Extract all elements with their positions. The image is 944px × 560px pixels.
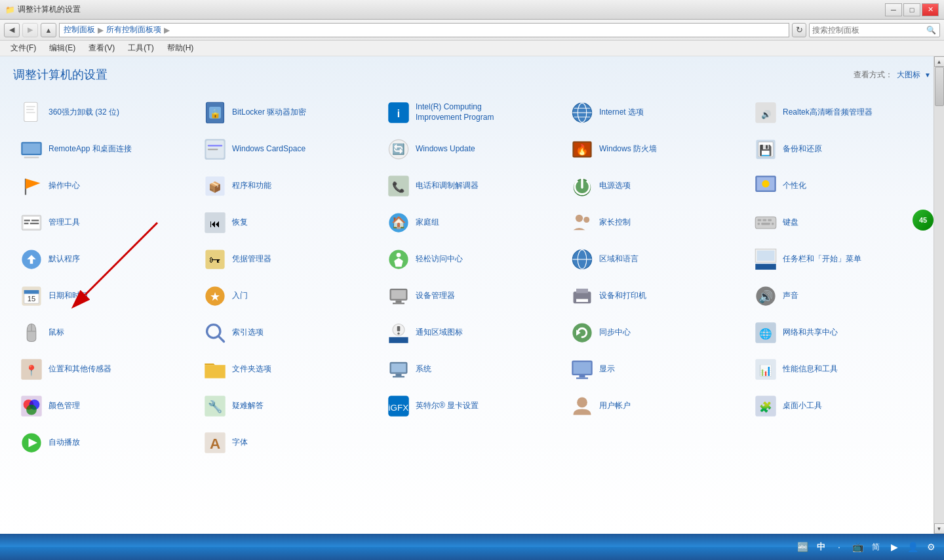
phone-label[interactable]: 电话和调制解调器 <box>416 181 479 191</box>
taskbar-icon-settings[interactable]: ⚙ <box>923 539 939 555</box>
region-label[interactable]: 区域和语言 <box>599 254 639 265</box>
autoplay-label[interactable]: 自动播放 <box>49 438 80 448</box>
grid-item-management[interactable]: 管理工具 <box>13 206 197 240</box>
mouse-label[interactable]: 鼠标 <box>49 327 64 338</box>
scroll-down-button[interactable]: ▼ <box>934 523 945 534</box>
grid-item-display[interactable]: 显示 <box>564 352 747 386</box>
grid-item-actioncenter[interactable]: 操作中心 <box>13 169 197 203</box>
menu-edit[interactable]: 编辑(E) <box>44 41 81 55</box>
devmgr-label[interactable]: 设备管理器 <box>416 291 455 301</box>
refresh-button[interactable]: ↻ <box>792 23 806 37</box>
grid-item-folderoptions[interactable]: 文件夹选项 <box>197 352 380 386</box>
sound-label[interactable]: 声音 <box>783 291 798 301</box>
minimize-button[interactable]: ─ <box>885 3 902 16</box>
grid-item-datetime[interactable]: 15日期和时间 <box>13 279 197 313</box>
grid-item-region[interactable]: 区域和语言 <box>564 242 747 276</box>
grid-item-phone[interactable]: 📞电话和调制解调器 <box>380 169 564 203</box>
realtek-label[interactable]: Realtek高清晰音频管理器 <box>783 107 873 118</box>
restore-label[interactable]: 恢复 <box>232 217 248 228</box>
gadgets-label[interactable]: 桌面小工具 <box>783 401 822 411</box>
grid-item-remoteapp[interactable]: RemoteApp 和桌面连接 <box>13 132 197 166</box>
grid-item-programs[interactable]: 📦程序和功能 <box>197 169 380 203</box>
back-button[interactable]: ◀ <box>4 23 20 37</box>
intelagp-label[interactable]: 英特尔® 显卡设置 <box>416 401 479 411</box>
firewall-label[interactable]: Windows 防火墙 <box>599 144 657 155</box>
view-value[interactable]: 大图标 <box>897 69 920 81</box>
grid-item-realtek[interactable]: 🔊Realtek高清晰音频管理器 <box>747 96 931 130</box>
maximize-button[interactable]: □ <box>903 3 920 16</box>
grid-item-easycenter[interactable]: 轻松访问中心 <box>380 242 564 276</box>
keyboard-label[interactable]: 键盘 <box>783 217 798 228</box>
location-label[interactable]: 位置和其他传感器 <box>49 364 111 375</box>
grid-item-default[interactable]: 默认程序 <box>13 242 197 276</box>
menu-view[interactable]: 查看(V) <box>83 41 120 55</box>
side-badge[interactable]: 45 <box>913 210 934 231</box>
grid-item-gadgets[interactable]: 🧩桌面小工具 <box>747 389 931 423</box>
taskbar-icon-tv[interactable]: 📺 <box>850 539 865 555</box>
grid-item-performance[interactable]: 📊性能信息和工具 <box>747 352 931 386</box>
grid-item-intelagp[interactable]: iGFX英特尔® 显卡设置 <box>380 389 564 423</box>
taskbar-icon-play[interactable]: ▶ <box>886 539 902 555</box>
search-box[interactable]: 🔍 <box>809 23 940 37</box>
grid-item-notification[interactable]: 通知区域图标 <box>380 316 564 350</box>
grid-item-keyboard[interactable]: 键盘 <box>747 206 931 240</box>
credentials-label[interactable]: 凭据管理器 <box>232 254 271 265</box>
display-label[interactable]: 显示 <box>599 364 615 375</box>
remoteapp-label[interactable]: RemoteApp 和桌面连接 <box>49 144 132 155</box>
grid-item-intel[interactable]: iIntel(R) Computing Improvement Program <box>380 96 564 130</box>
notification-label[interactable]: 通知区域图标 <box>416 327 463 338</box>
troubleshoot-label[interactable]: 疑难解答 <box>232 401 264 411</box>
menu-file[interactable]: 文件(F) <box>5 41 41 55</box>
grid-item-bitlocker[interactable]: 🔒BitLocker 驱动器加密 <box>197 96 380 130</box>
grid-item-personalize[interactable]: 个性化 <box>747 169 931 203</box>
internet-label[interactable]: Internet 选项 <box>599 107 644 118</box>
grid-item-windowsupdate[interactable]: 🔄Windows Update <box>380 132 564 166</box>
grid-item-credentials[interactable]: 🗝凭据管理器 <box>197 242 380 276</box>
forward-button[interactable]: ▶ <box>22 23 38 37</box>
grid-item-gettingstarted[interactable]: ★入门 <box>197 279 380 313</box>
windowsupdate-label[interactable]: Windows Update <box>416 144 475 155</box>
grid-item-restore[interactable]: ⏮恢复 <box>197 206 380 240</box>
grid-item-useraccount[interactable]: 用户帐户 <box>564 389 747 423</box>
grid-item-troubleshoot[interactable]: 🔧疑难解答 <box>197 389 380 423</box>
scroll-track[interactable] <box>934 67 944 523</box>
grid-item-devprint[interactable]: 设备和打印机 <box>564 279 747 313</box>
personalize-label[interactable]: 个性化 <box>783 181 806 191</box>
grid-item-power[interactable]: 电源选项 <box>564 169 747 203</box>
taskbar-label[interactable]: 任务栏和「开始」菜单 <box>783 254 861 265</box>
backup-label[interactable]: 备份和还原 <box>783 144 822 155</box>
grid-item-location[interactable]: 📍位置和其他传感器 <box>13 352 197 386</box>
up-button[interactable]: ▲ <box>41 23 56 37</box>
scroll-thumb[interactable] <box>935 67 944 106</box>
homegroup-label[interactable]: 家庭组 <box>416 217 439 228</box>
grid-item-sound[interactable]: 🔊声音 <box>747 279 931 313</box>
taskbar-icon-ime[interactable]: 🔤 <box>795 539 810 555</box>
system-label[interactable]: 系统 <box>416 364 431 375</box>
breadcrumb-allitems[interactable]: 所有控制面板项 <box>106 24 161 35</box>
useraccount-label[interactable]: 用户帐户 <box>599 401 631 411</box>
sync-label[interactable]: 同步中心 <box>599 327 631 338</box>
menu-help[interactable]: 帮助(H) <box>162 41 199 55</box>
intel-label[interactable]: Intel(R) Computing Improvement Program <box>416 102 494 122</box>
grid-item-360[interactable]: 360强力卸载 (32 位) <box>13 96 197 130</box>
grid-item-backup[interactable]: 💾备份和还原 <box>747 132 931 166</box>
taskbar-icon-user[interactable]: 👤 <box>905 539 920 555</box>
grid-item-internet[interactable]: Internet 选项 <box>564 96 747 130</box>
performance-label[interactable]: 性能信息和工具 <box>783 364 838 375</box>
taskbar-icon-punct[interactable]: · <box>831 539 847 555</box>
grid-item-colormanage[interactable]: 颜色管理 <box>13 389 197 423</box>
close-button[interactable]: ✕ <box>922 3 939 16</box>
indexing-label[interactable]: 索引选项 <box>232 327 264 338</box>
grid-item-system[interactable]: 系统 <box>380 352 564 386</box>
actioncenter-label[interactable]: 操作中心 <box>49 181 80 191</box>
cardspace-label[interactable]: Windows CardSpace <box>232 144 305 155</box>
scroll-up-button[interactable]: ▲ <box>934 56 945 67</box>
search-input[interactable] <box>812 26 922 35</box>
grid-item-mouse[interactable]: 鼠标 <box>13 316 197 350</box>
gettingstarted-label[interactable]: 入门 <box>232 291 248 301</box>
grid-item-fonts[interactable]: A字体 <box>197 426 380 460</box>
management-label[interactable]: 管理工具 <box>49 217 80 228</box>
taskbar-icon-chinese[interactable]: 中 <box>813 539 829 555</box>
colormanage-label[interactable]: 颜色管理 <box>49 401 80 411</box>
grid-item-sync[interactable]: 同步中心 <box>564 316 747 350</box>
